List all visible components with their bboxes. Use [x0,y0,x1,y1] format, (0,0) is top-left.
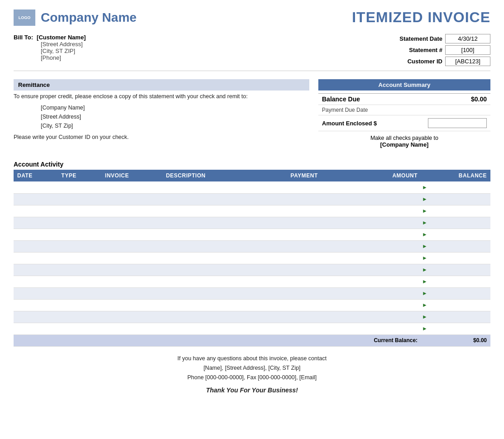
customer-id-row: Customer ID [ABC123] [388,57,490,66]
green-arrow-icon: ► [422,243,427,249]
cell-date [14,181,58,193]
company-name: Company Name [41,10,137,25]
table-row: ► [14,217,490,229]
amount-enclosed-input[interactable] [428,118,487,128]
cell-type [58,181,101,193]
activity-title: Account Activity [14,161,490,168]
statement-date-row: Statement Date 4/30/12 [388,34,490,43]
cell-invoice [101,276,163,287]
table-row: ► [14,252,490,264]
customer-id-label: Customer ID [388,58,442,65]
cell-amount [322,217,421,229]
cell-invoice [101,252,163,264]
cell-amount [322,276,421,287]
cell-balance: ► [421,264,490,276]
cell-payment [254,205,322,217]
cell-amount [322,264,421,276]
cell-invoice [101,299,163,311]
amount-enclosed-row: Amount Enclosed $ [318,115,490,131]
cell-date [14,193,58,205]
green-arrow-icon: ► [422,196,427,202]
cell-payment [254,217,322,229]
payment-due-row: Payment Due Date [318,105,490,115]
remittance-text: To ensure proper credit, please enclose … [14,93,309,100]
cell-date [14,323,58,334]
cell-balance: ► [421,323,490,334]
cell-balance: ► [421,181,490,193]
cell-invoice [101,181,163,193]
cell-balance: ► [421,217,490,229]
green-arrow-icon: ► [422,231,427,238]
cell-description [162,252,254,264]
remittance-city: [City, ST Zip] [41,121,309,130]
table-row: ► [14,311,490,323]
col-date: DATE [14,170,58,181]
cell-balance: ► [421,205,490,217]
account-summary-section: Account Summary Balance Due $0.00 Paymen… [318,79,490,152]
cell-balance: ► [421,311,490,323]
table-row: ► [14,287,490,299]
green-arrow-icon: ► [422,208,427,214]
current-balance-row: Current Balance: $0.00 [14,334,490,346]
footer-line3: Phone [000-000-0000], Fax [000-000-0000]… [14,373,490,382]
col-amount: AMOUNT [322,170,421,181]
current-balance-value: $0.00 [421,334,490,346]
balance-due-label: Balance Due [322,95,360,103]
green-arrow-icon: ► [422,267,427,273]
cell-type [58,323,101,334]
green-arrow-icon: ► [422,302,427,308]
statement-number-value: [100] [445,45,490,55]
green-arrow-icon: ► [422,325,427,332]
table-row: ► [14,229,490,240]
cell-description [162,193,254,205]
cell-payment [254,311,322,323]
footer-line1: If you have any questions about this inv… [14,354,490,363]
table-header-row: DATE TYPE INVOICE DESCRIPTION PAYMENT AM… [14,170,490,181]
cell-amount [322,323,421,334]
green-arrow-icon: ► [422,220,427,226]
cell-description [162,299,254,311]
phone: [Phone] [41,54,388,61]
cell-invoice [101,193,163,205]
cell-description [162,229,254,240]
balance-due-value: $0.00 [471,95,487,103]
activity-table: DATE TYPE INVOICE DESCRIPTION PAYMENT AM… [14,170,490,347]
cell-invoice [101,287,163,299]
cell-payment [254,276,322,287]
remittance-section: Remittance To ensure proper credit, plea… [14,79,309,152]
cell-amount [322,252,421,264]
cell-date [14,240,58,252]
green-arrow-icon: ► [422,314,427,320]
invoice-header: LOGO Company Name ITEMIZED INVOICE [14,9,490,26]
cell-amount [322,240,421,252]
bill-to-label: Bill To: [14,34,33,41]
table-row: ► [14,193,490,205]
cell-type [58,252,101,264]
amount-enclosed-label: Amount Enclosed $ [322,120,377,127]
green-arrow-icon: ► [422,290,427,296]
remittance-street: [Street Address] [41,112,309,121]
cell-description [162,205,254,217]
cell-invoice [101,229,163,240]
cell-amount [322,311,421,323]
cell-type [58,205,101,217]
checks-payable-company: [Company Name] [322,141,487,148]
cell-description [162,287,254,299]
cell-balance: ► [421,193,490,205]
cell-date [14,229,58,240]
cell-type [58,264,101,276]
cell-date [14,311,58,323]
cell-payment [254,240,322,252]
cell-type [58,287,101,299]
cell-date [14,205,58,217]
statement-section: Statement Date 4/30/12 Statement # [100]… [388,34,490,66]
cell-balance: ► [421,299,490,311]
table-row: ► [14,299,490,311]
cell-date [14,217,58,229]
current-balance-spacer [14,334,322,346]
cell-type [58,193,101,205]
current-balance-label: Current Balance: [322,334,421,346]
cell-type [58,311,101,323]
cell-payment [254,323,322,334]
cell-type [58,276,101,287]
